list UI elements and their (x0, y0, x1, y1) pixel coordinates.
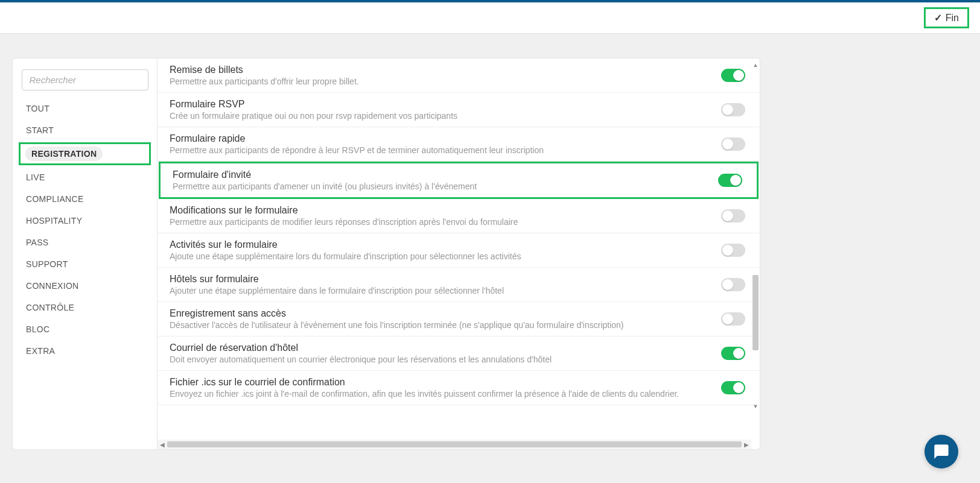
setting-description: Ajoute une étape supplémentaire lors du … (170, 251, 721, 261)
horizontal-scroll-thumb[interactable] (167, 441, 742, 447)
sidebar-item-label: SUPPORT (26, 259, 68, 269)
sidebar-item-label: START (26, 125, 54, 135)
sidebar: TOUT START REGISTRATION LIVE COMPLIANCE … (12, 58, 157, 450)
toggle-switch[interactable] (721, 381, 745, 394)
setting-text: Hôtels sur formulaireAjouter une étape s… (170, 274, 721, 295)
sidebar-item-label: LIVE (26, 172, 45, 182)
search-input[interactable] (22, 69, 148, 90)
setting-title: Activités sur le formulaire (170, 239, 721, 250)
toggle-switch[interactable] (721, 69, 745, 82)
toggle-switch[interactable] (718, 174, 742, 187)
setting-description: Permettre aux participants d'offrir leur… (170, 77, 721, 86)
sidebar-item-label: REGISTRATION (25, 147, 103, 161)
scroll-right-arrow-icon[interactable]: ▶ (742, 441, 751, 448)
setting-row: Remise de billetsPermettre aux participa… (158, 58, 760, 93)
fin-button[interactable]: ✓ Fin (924, 7, 969, 28)
check-icon: ✓ (934, 12, 942, 24)
sidebar-item-label: TOUT (26, 104, 49, 113)
setting-text: Remise de billetsPermettre aux participa… (170, 65, 721, 86)
header: ✓ Fin (0, 2, 980, 34)
setting-title: Remise de billets (170, 65, 721, 75)
sidebar-item-label: EXTRA (26, 346, 55, 356)
setting-text: Formulaire RSVPCrée un formulaire pratiq… (170, 99, 721, 121)
sidebar-item-label: CONNEXION (26, 281, 79, 291)
toggle-switch[interactable] (721, 347, 745, 360)
toggle-knob (722, 139, 733, 150)
vertical-scroll-thumb[interactable] (752, 275, 759, 350)
setting-row: Formulaire rapidePermettre aux participa… (158, 127, 760, 162)
toggle-switch[interactable] (721, 103, 745, 116)
chat-widget-button[interactable] (924, 435, 958, 469)
sidebar-item-extra[interactable]: EXTRA (19, 340, 151, 362)
setting-title: Hôtels sur formulaire (170, 274, 721, 285)
sidebar-item-connexion[interactable]: CONNEXION (19, 275, 151, 297)
setting-text: Enregistrement sans accèsDésactiver l'ac… (170, 308, 721, 330)
chat-icon (933, 443, 950, 460)
sidebar-item-tout[interactable]: TOUT (19, 98, 151, 119)
setting-title: Formulaire rapide (170, 133, 721, 144)
setting-text: Courriel de réservation d'hôtelDoit envo… (170, 343, 721, 364)
sidebar-item-label: PASS (26, 238, 49, 247)
sidebar-item-bloc[interactable]: BLOC (19, 318, 151, 340)
toggle-switch[interactable] (721, 312, 745, 326)
setting-title: Courriel de réservation d'hôtel (170, 343, 721, 353)
toggle-knob (722, 279, 733, 290)
sidebar-item-label: HOSPITALITY (26, 216, 82, 226)
setting-description: Permettre aux participants d'amener un i… (173, 182, 718, 191)
settings-list: Remise de billetsPermettre aux participa… (158, 58, 760, 432)
toggle-knob (730, 175, 741, 186)
setting-text: Fichier .ics sur le courriel de confirma… (170, 377, 721, 399)
sidebar-item-registration[interactable]: REGISTRATION (19, 142, 151, 165)
setting-title: Formulaire d'invité (173, 169, 718, 180)
setting-description: Doit envoyer automatiquement un courrier… (170, 355, 721, 364)
setting-row: Modifications sur le formulairePermettre… (158, 199, 760, 233)
setting-text: Modifications sur le formulairePermettre… (170, 205, 721, 227)
sidebar-item-label: CONTRÔLE (26, 303, 74, 312)
setting-row: Formulaire RSVPCrée un formulaire pratiq… (158, 93, 760, 127)
toggle-switch[interactable] (721, 278, 745, 291)
toggle-knob (722, 314, 733, 324)
toggle-knob (722, 210, 733, 221)
sidebar-item-label: COMPLIANCE (26, 194, 84, 204)
toggle-switch[interactable] (721, 244, 745, 257)
fin-label: Fin (946, 13, 959, 24)
sidebar-item-live[interactable]: LIVE (19, 166, 151, 188)
horizontal-scrollbar[interactable]: ◀ ▶ (158, 440, 751, 449)
sidebar-item-support[interactable]: SUPPORT (19, 253, 151, 275)
toggle-knob (733, 382, 744, 393)
scroll-down-arrow-icon[interactable]: ▼ (752, 403, 759, 409)
scroll-left-arrow-icon[interactable]: ◀ (158, 441, 167, 448)
setting-description: Désactiver l'accès de l'utilisateur à l'… (170, 320, 721, 330)
setting-title: Enregistrement sans accès (170, 308, 721, 319)
vertical-scrollbar[interactable]: ▲ ▼ (751, 61, 760, 429)
main-container: TOUT START REGISTRATION LIVE COMPLIANCE … (0, 34, 980, 462)
toggle-knob (722, 245, 733, 256)
setting-row: Formulaire d'invitéPermettre aux partici… (159, 162, 759, 199)
content-panel: Remise de billetsPermettre aux participa… (157, 58, 760, 450)
toggle-switch[interactable] (721, 137, 745, 151)
setting-description: Ajouter une étape supplémentaire dans le… (170, 286, 721, 295)
setting-row: Enregistrement sans accèsDésactiver l'ac… (158, 302, 760, 336)
setting-description: Envoyez un fichier .ics joint à l'e-mail… (170, 389, 721, 399)
setting-text: Formulaire d'invitéPermettre aux partici… (173, 169, 718, 191)
toggle-switch[interactable] (721, 209, 745, 223)
sidebar-item-pass[interactable]: PASS (19, 232, 151, 253)
setting-text: Activités sur le formulaireAjoute une ét… (170, 239, 721, 261)
toggle-knob (733, 70, 744, 81)
setting-title: Formulaire RSVP (170, 99, 721, 110)
setting-row: Courriel de réservation d'hôtelDoit envo… (158, 336, 760, 371)
scroll-up-arrow-icon[interactable]: ▲ (752, 62, 759, 68)
setting-title: Modifications sur le formulaire (170, 205, 721, 216)
toggle-knob (733, 348, 744, 359)
setting-title: Fichier .ics sur le courriel de confirma… (170, 377, 721, 388)
sidebar-item-compliance[interactable]: COMPLIANCE (19, 188, 151, 210)
sidebar-item-hospitality[interactable]: HOSPITALITY (19, 210, 151, 232)
setting-description: Permettre aux participants de modifier l… (170, 217, 721, 227)
setting-description: Permettre aux participants de répondre à… (170, 145, 721, 155)
setting-row: Fichier .ics sur le courriel de confirma… (158, 371, 760, 405)
sidebar-item-start[interactable]: START (19, 119, 151, 141)
setting-row: Activités sur le formulaireAjoute une ét… (158, 233, 760, 268)
toggle-knob (722, 104, 733, 115)
sidebar-item-controle[interactable]: CONTRÔLE (19, 297, 151, 318)
setting-row: Hôtels sur formulaireAjouter une étape s… (158, 268, 760, 302)
